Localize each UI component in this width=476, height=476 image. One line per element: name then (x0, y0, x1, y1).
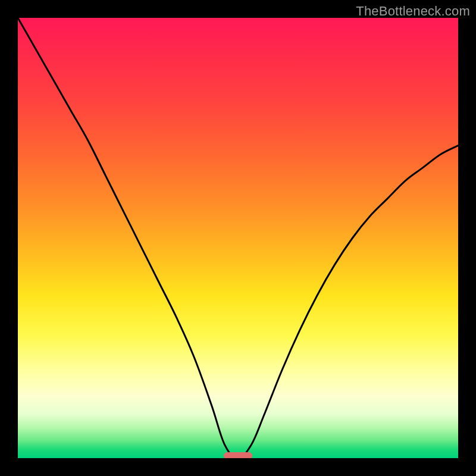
watermark-text: TheBottleneck.com (356, 4, 470, 19)
chart-frame: TheBottleneck.com (0, 0, 476, 476)
plot-area (18, 18, 458, 458)
bottleneck-curve-canvas (18, 18, 458, 458)
